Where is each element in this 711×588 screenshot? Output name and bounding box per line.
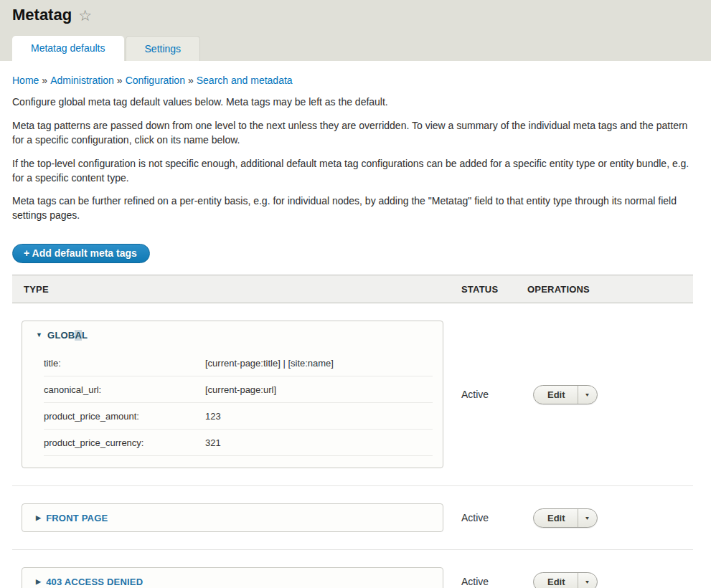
field-value: [current-page:url]	[205, 384, 276, 395]
add-default-meta-tags-button[interactable]: + Add default meta tags	[12, 244, 150, 263]
primary-tabs: Metatag defaults Settings	[12, 36, 200, 61]
field-row-canonical-url: canonical_url: [current-page:url]	[44, 376, 433, 403]
table-row-403-access-denied: ▶ 403 ACCESS DENIED Active Edit ▼	[12, 550, 693, 588]
field-row-product-price-currency: product_price_currency: 321	[44, 430, 433, 456]
intro-paragraph-4: Meta tags can be further refined on a pe…	[12, 194, 693, 223]
table-row-global: ▼ GLOBAL title: [current-page:title] | […	[12, 303, 693, 486]
status-label: Active	[450, 486, 516, 550]
edit-button[interactable]: Edit	[534, 509, 578, 527]
expand-arrow-icon: ▶	[36, 579, 41, 585]
edit-split-button: Edit ▼	[533, 508, 598, 528]
table-row-front-page: ▶ FRONT PAGE Active Edit ▼	[12, 486, 693, 550]
front-page-details-box: ▶ FRONT PAGE	[22, 503, 443, 532]
field-value: 123	[205, 411, 221, 422]
field-label: product_price_amount:	[44, 411, 205, 422]
table-header-row: TYPE STATUS OPERATIONS	[12, 275, 693, 303]
access-denied-details-box: ▶ 403 ACCESS DENIED	[22, 567, 443, 588]
row-title-front-page: FRONT PAGE	[46, 513, 108, 523]
page-title: Metatag	[12, 6, 72, 24]
breadcrumb-separator: »	[39, 75, 50, 86]
favorite-star-icon[interactable]: ☆	[78, 8, 92, 23]
tab-settings[interactable]: Settings	[126, 36, 201, 61]
page-header: Metatag ☆ Metatag defaults Settings	[0, 0, 711, 61]
breadcrumb-link-search-and-metadata[interactable]: Search and metadata	[197, 75, 293, 86]
collapse-arrow-icon: ▼	[36, 332, 42, 338]
chevron-down-icon: ▼	[585, 515, 590, 521]
edit-dropdown-toggle[interactable]: ▼	[578, 386, 598, 404]
edit-split-button: Edit ▼	[533, 385, 598, 404]
access-denied-details-toggle[interactable]: ▶ 403 ACCESS DENIED	[22, 568, 443, 588]
chevron-down-icon: ▼	[585, 579, 590, 584]
expand-arrow-icon: ▶	[36, 515, 41, 521]
field-row-title: title: [current-page:title] | [site:name…	[44, 350, 433, 376]
row-title-global: GLOBAL	[47, 330, 88, 341]
breadcrumb-separator: »	[185, 75, 197, 86]
field-value: [current-page:title] | [site:name]	[205, 358, 334, 369]
global-details-toggle[interactable]: ▼ GLOBAL	[22, 321, 443, 348]
intro-paragraph-2: Meta tag patterns are passed down from o…	[12, 119, 693, 148]
front-page-details-toggle[interactable]: ▶ FRONT PAGE	[22, 504, 443, 531]
main-content: Home»Administration»Configuration»Search…	[0, 61, 711, 588]
intro-paragraph-3: If the top-level configuration is not sp…	[12, 157, 693, 186]
field-label: title:	[44, 358, 205, 369]
status-label: Active	[450, 303, 516, 486]
intro-paragraph-1: Configure global meta tag default values…	[12, 95, 693, 110]
column-header-operations: OPERATIONS	[516, 275, 693, 303]
breadcrumb-separator: »	[114, 75, 126, 86]
column-header-status: STATUS	[450, 275, 516, 303]
edit-dropdown-toggle[interactable]: ▼	[578, 509, 598, 527]
field-label: product_price_currency:	[44, 437, 205, 448]
edit-dropdown-toggle[interactable]: ▼	[578, 573, 598, 588]
breadcrumb: Home»Administration»Configuration»Search…	[12, 75, 693, 86]
row-title-403: 403 ACCESS DENIED	[46, 577, 143, 587]
global-field-list: title: [current-page:title] | [site:name…	[22, 348, 443, 468]
edit-button[interactable]: Edit	[534, 386, 578, 404]
status-label: Active	[450, 550, 516, 588]
chevron-down-icon: ▼	[585, 392, 590, 397]
intro-text: Configure global meta tag default values…	[12, 95, 693, 223]
breadcrumb-link-configuration[interactable]: Configuration	[126, 75, 185, 86]
column-header-type: TYPE	[12, 275, 450, 303]
breadcrumb-link-home[interactable]: Home	[12, 75, 39, 86]
field-label: canonical_url:	[44, 384, 205, 395]
edit-split-button: Edit ▼	[533, 572, 598, 588]
field-row-product-price-amount: product_price_amount: 123	[44, 403, 433, 430]
breadcrumb-link-administration[interactable]: Administration	[50, 75, 114, 86]
metatag-defaults-table: TYPE STATUS OPERATIONS ▼ GLOBAL ti	[12, 275, 693, 588]
tab-metatag-defaults[interactable]: Metatag defaults	[12, 36, 124, 61]
global-details-box: ▼ GLOBAL title: [current-page:title] | […	[22, 321, 443, 468]
edit-button[interactable]: Edit	[534, 573, 578, 588]
field-value: 321	[205, 437, 221, 448]
